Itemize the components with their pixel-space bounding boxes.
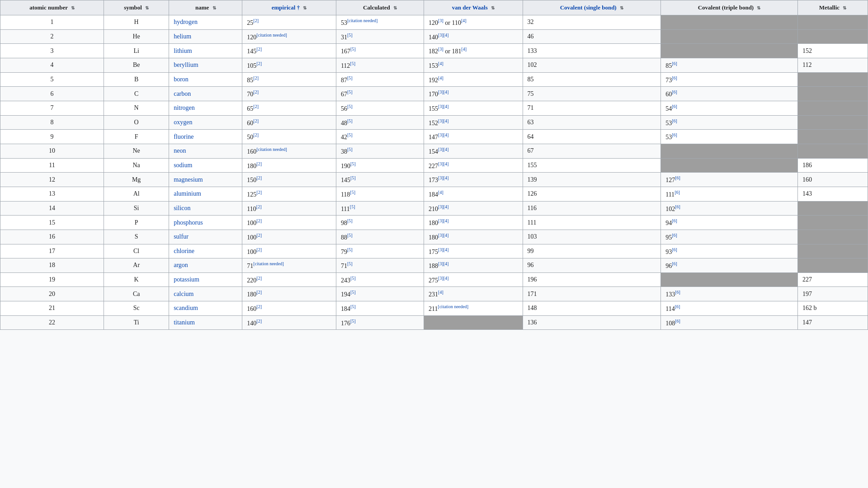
element-link[interactable]: phosphorus — [174, 219, 203, 226]
element-link[interactable]: lithium — [174, 47, 192, 54]
atomic-number-cell: 2 — [0, 29, 104, 44]
element-link[interactable]: argon — [174, 262, 188, 268]
metallic-cell — [797, 230, 868, 244]
element-link[interactable]: sulfur — [174, 233, 189, 240]
table-row: 16Ssulfur100[2]88[5]180[3][4]10395[6] — [0, 230, 868, 244]
covalent-single-cell: 111 — [523, 216, 661, 230]
sort-icon-covalent-triple[interactable]: ⇅ — [757, 5, 760, 10]
symbol-cell: Ca — [104, 287, 169, 301]
sort-icon-calculated[interactable]: ⇅ — [393, 5, 397, 10]
element-link[interactable]: chlorine — [174, 248, 194, 254]
th-metallic[interactable]: Metallic ⇅ — [797, 0, 868, 15]
symbol-cell: Li — [104, 44, 169, 58]
atomic-number-cell: 21 — [0, 301, 104, 316]
th-covalent-triple-label: Covalent (triple bond) — [698, 4, 754, 11]
sort-icon-name[interactable]: ⇅ — [212, 5, 216, 10]
calculated-cell: 184[5] — [336, 301, 424, 316]
element-link[interactable]: oxygen — [174, 119, 192, 126]
th-covalent-single[interactable]: Covalent (single bond) ⇅ — [523, 0, 661, 15]
element-link[interactable]: scandium — [174, 305, 198, 311]
vdw-cell: 153[4] — [424, 58, 523, 72]
covalent-single-cell: 133 — [523, 44, 661, 58]
element-link[interactable]: helium — [174, 33, 191, 40]
sort-icon-covalent-single[interactable]: ⇅ — [620, 5, 623, 10]
metallic-cell — [797, 72, 868, 87]
th-symbol[interactable]: symbol ⇅ — [104, 0, 169, 15]
name-cell[interactable]: aluminium — [169, 187, 242, 201]
name-cell[interactable]: argon — [169, 258, 242, 273]
name-cell[interactable]: nitrogen — [169, 101, 242, 115]
vdw-cell: 231[4] — [424, 287, 523, 301]
sort-icon-empirical[interactable]: ⇅ — [303, 5, 307, 10]
th-empirical[interactable]: empirical † ⇅ — [242, 0, 336, 15]
name-cell[interactable]: titanium — [169, 315, 242, 330]
atomic-number-cell: 20 — [0, 287, 104, 301]
name-cell[interactable]: phosphorus — [169, 216, 242, 230]
element-link[interactable]: sodium — [174, 162, 192, 169]
name-cell[interactable]: neon — [169, 144, 242, 158]
atomic-number-cell: 13 — [0, 187, 104, 201]
vdw-cell: 188[3][4] — [424, 258, 523, 273]
element-link[interactable]: titanium — [174, 319, 195, 326]
name-cell[interactable]: fluorine — [169, 130, 242, 144]
name-cell[interactable]: helium — [169, 29, 242, 44]
name-cell[interactable]: sulfur — [169, 230, 242, 244]
th-vdw[interactable]: van der Waals ⇅ — [424, 0, 523, 15]
element-link[interactable]: potassium — [174, 276, 199, 283]
covalent-single-cell: 32 — [523, 15, 661, 30]
vdw-cell: 180[3][4] — [424, 230, 523, 244]
sort-icon-metallic[interactable]: ⇅ — [843, 5, 846, 10]
covalent-single-cell: 99 — [523, 244, 661, 258]
element-link[interactable]: boron — [174, 76, 189, 83]
th-name[interactable]: name ⇅ — [169, 0, 242, 15]
sort-icon-atomic[interactable]: ⇅ — [71, 5, 75, 10]
empirical-cell: 85[2] — [242, 72, 336, 87]
element-link[interactable]: nitrogen — [174, 104, 195, 111]
sort-icon-vdw[interactable]: ⇅ — [491, 5, 495, 10]
vdw-cell: 152[3][4] — [424, 115, 523, 130]
vdw-cell: 170[3][4] — [424, 87, 523, 101]
symbol-cell: N — [104, 101, 169, 115]
metallic-cell — [797, 144, 868, 158]
name-cell[interactable]: calcium — [169, 287, 242, 301]
covalent-triple-cell: 127[6] — [661, 173, 798, 187]
symbol-cell: Na — [104, 158, 169, 173]
name-cell[interactable]: oxygen — [169, 115, 242, 130]
name-cell[interactable]: boron — [169, 72, 242, 87]
element-link[interactable]: hydrogen — [174, 19, 198, 25]
th-calculated[interactable]: Calculated ⇅ — [336, 0, 424, 15]
symbol-cell: Ti — [104, 315, 169, 330]
th-atomic-number[interactable]: atomic number ⇅ — [0, 0, 104, 15]
covalent-triple-cell: 108[6] — [661, 315, 798, 330]
name-cell[interactable]: carbon — [169, 87, 242, 101]
element-link[interactable]: aluminium — [174, 190, 201, 197]
empirical-cell: 71[citation needed] — [242, 258, 336, 273]
name-cell[interactable]: silicon — [169, 201, 242, 216]
table-row: 20Cacalcium180[2]194[5]231[4]171133[6]19… — [0, 287, 868, 301]
name-cell[interactable]: chlorine — [169, 244, 242, 258]
name-cell[interactable]: magnesium — [169, 173, 242, 187]
metallic-cell — [797, 244, 868, 258]
th-covalent-triple[interactable]: Covalent (triple bond) ⇅ — [661, 0, 798, 15]
element-link[interactable]: fluorine — [174, 133, 193, 140]
name-cell[interactable]: hydrogen — [169, 15, 242, 30]
element-link[interactable]: magnesium — [174, 176, 203, 183]
name-cell[interactable]: lithium — [169, 44, 242, 58]
name-cell[interactable]: potassium — [169, 272, 242, 287]
element-link[interactable]: neon — [174, 147, 186, 154]
calculated-cell: 194[5] — [336, 287, 424, 301]
metallic-cell — [797, 87, 868, 101]
name-cell[interactable]: scandium — [169, 301, 242, 316]
sort-icon-symbol[interactable]: ⇅ — [145, 5, 149, 10]
table-row: 3Lilithium145[2]167[5]182[3] or 181[4]13… — [0, 44, 868, 58]
calculated-cell: 176[5] — [336, 315, 424, 330]
metallic-cell: 147 — [797, 315, 868, 330]
element-link[interactable]: carbon — [174, 90, 191, 97]
covalent-single-cell: 71 — [523, 101, 661, 115]
name-cell[interactable]: beryllium — [169, 58, 242, 72]
name-cell[interactable]: sodium — [169, 158, 242, 173]
symbol-cell: K — [104, 272, 169, 287]
element-link[interactable]: silicon — [174, 205, 190, 211]
element-link[interactable]: beryllium — [174, 61, 198, 68]
element-link[interactable]: calcium — [174, 291, 193, 297]
